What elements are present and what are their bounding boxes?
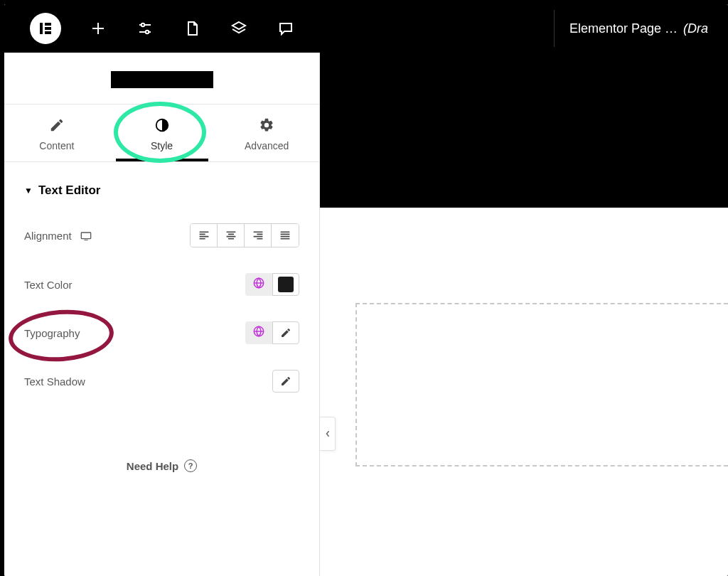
control-label: Text Color xyxy=(24,279,73,291)
svg-rect-3 xyxy=(45,31,51,34)
text-shadow-edit-button[interactable] xyxy=(272,370,299,393)
control-label: Text Shadow xyxy=(24,375,85,388)
globe-icon xyxy=(252,325,265,341)
typography-row: Typography xyxy=(4,309,319,357)
svg-rect-11 xyxy=(81,233,90,239)
gear-icon xyxy=(259,117,274,133)
panel-collapse-button[interactable] xyxy=(320,417,336,451)
drop-area[interactable] xyxy=(355,303,728,466)
alignment-group xyxy=(190,223,299,247)
align-justify-button[interactable] xyxy=(272,224,299,247)
align-right-button[interactable] xyxy=(245,224,272,247)
tab-label: Content xyxy=(39,140,74,151)
responsive-icon[interactable] xyxy=(80,230,92,240)
page-title-area[interactable]: Elementor Page … (Dra xyxy=(569,21,708,36)
pencil-icon xyxy=(49,117,65,133)
svg-point-7 xyxy=(141,23,144,26)
control-label: Alignment xyxy=(24,230,72,242)
tab-content[interactable]: Content xyxy=(4,105,109,161)
tab-style[interactable]: Style xyxy=(109,105,215,161)
site-settings-button[interactable] xyxy=(136,20,154,37)
global-color-button[interactable] xyxy=(245,273,272,296)
globe-icon xyxy=(252,277,265,292)
color-swatch-button[interactable] xyxy=(272,273,299,296)
typography-edit-button[interactable] xyxy=(272,321,299,344)
text-color-row: Text Color xyxy=(4,260,319,309)
align-left-button[interactable] xyxy=(191,224,218,247)
section-title: Text Editor xyxy=(38,183,101,198)
tab-label: Style xyxy=(151,140,173,151)
tabs: Content Style Advanced xyxy=(4,104,319,162)
page-status: (Dra xyxy=(683,21,708,36)
topbar-divider xyxy=(554,10,555,47)
editor-sidebar: Content Style Advanced xyxy=(4,53,320,576)
svg-point-9 xyxy=(146,31,149,33)
sidebar-header xyxy=(4,53,319,104)
global-typography-button[interactable] xyxy=(245,321,272,344)
add-element-button[interactable] xyxy=(90,20,107,37)
tab-label: Advanced xyxy=(245,140,289,151)
need-help-label: Need Help xyxy=(127,460,178,472)
svg-rect-2 xyxy=(45,27,51,30)
caret-down-icon: ▼ xyxy=(24,186,33,196)
document-button[interactable] xyxy=(183,20,200,37)
tab-advanced[interactable]: Advanced xyxy=(214,105,319,161)
need-help-link[interactable]: Need Help ? xyxy=(4,434,319,486)
structure-button[interactable] xyxy=(230,20,247,37)
text-shadow-row: Text Shadow xyxy=(4,357,319,405)
page-title: Elementor Page … xyxy=(569,21,678,36)
section-header[interactable]: ▼ Text Editor xyxy=(4,162,319,210)
top-bar: Elementor Page … (Dra xyxy=(4,4,728,53)
control-label: Typography xyxy=(24,327,80,339)
contrast-icon xyxy=(154,117,170,133)
svg-rect-0 xyxy=(40,23,43,34)
align-center-button[interactable] xyxy=(218,224,245,247)
elementor-logo[interactable] xyxy=(30,13,61,44)
notes-button[interactable] xyxy=(277,20,294,37)
help-icon: ? xyxy=(184,459,197,472)
widget-title-redacted xyxy=(111,71,213,88)
color-swatch xyxy=(278,277,294,292)
svg-rect-1 xyxy=(45,23,51,26)
alignment-row: Alignment xyxy=(4,210,319,260)
